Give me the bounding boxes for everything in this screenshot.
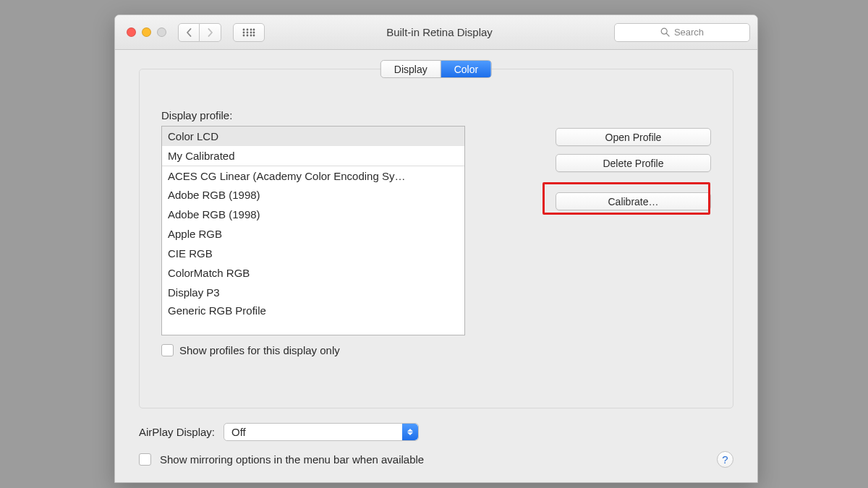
titlebar: Built-in Retina Display Search bbox=[115, 15, 757, 50]
preferences-window: Built-in Retina Display Search Display C… bbox=[114, 14, 758, 483]
tab-color[interactable]: Color bbox=[441, 61, 491, 77]
svg-point-13 bbox=[253, 31, 255, 33]
list-item-label: Display P3 bbox=[168, 286, 220, 299]
svg-point-7 bbox=[243, 34, 245, 36]
list-item-label: My Calibrated bbox=[168, 150, 235, 162]
show-only-label: Show profiles for this display only bbox=[179, 344, 340, 356]
show-all-button[interactable] bbox=[233, 23, 265, 42]
list-item[interactable]: CIE RGB bbox=[162, 244, 464, 263]
close-window-button[interactable] bbox=[127, 27, 136, 37]
search-field[interactable]: Search bbox=[614, 23, 750, 42]
show-only-row: Show profiles for this display only bbox=[161, 344, 534, 356]
svg-point-2 bbox=[250, 28, 252, 30]
search-placeholder: Search bbox=[674, 27, 704, 38]
content-area: Display Color Display profile: Color LCD… bbox=[115, 50, 757, 482]
svg-point-6 bbox=[250, 31, 252, 33]
svg-point-14 bbox=[253, 34, 255, 36]
list-item[interactable]: Color LCD bbox=[162, 127, 464, 146]
minimize-window-button[interactable] bbox=[142, 27, 151, 37]
mirroring-row: Show mirroring options in the menu bar w… bbox=[139, 451, 733, 468]
list-item-label: Color LCD bbox=[168, 130, 218, 142]
svg-point-12 bbox=[253, 28, 255, 30]
list-item[interactable]: Adobe RGB (1998) bbox=[162, 185, 464, 205]
profile-list-label: Display profile: bbox=[161, 109, 534, 121]
back-button[interactable] bbox=[178, 23, 200, 42]
list-item[interactable]: Display P3 bbox=[162, 283, 464, 302]
airplay-row: AirPlay Display: Off bbox=[139, 423, 733, 441]
list-item-label: ACES CG Linear (Academy Color Encoding S… bbox=[168, 170, 405, 182]
tab-label: Color bbox=[454, 64, 478, 75]
show-only-checkbox[interactable] bbox=[161, 344, 174, 356]
list-item[interactable]: Adobe RGB (1998) bbox=[162, 205, 464, 224]
list-item-label: Adobe RGB (1998) bbox=[168, 208, 260, 221]
list-item-label: CIE RGB bbox=[168, 247, 213, 260]
button-label: Calibrate… bbox=[608, 196, 658, 207]
button-label: Open Profile bbox=[605, 132, 662, 143]
list-item[interactable]: ColorMatch RGB bbox=[162, 263, 464, 283]
search-icon bbox=[660, 27, 670, 37]
zoom-window-button[interactable] bbox=[157, 27, 166, 37]
window-controls bbox=[127, 27, 166, 37]
nav-back-forward bbox=[178, 23, 221, 42]
tab-bar: Display Color bbox=[380, 60, 492, 78]
question-mark-icon: ? bbox=[722, 453, 728, 466]
list-item-label: Adobe RGB (1998) bbox=[168, 189, 260, 201]
list-item-label: Apple RGB bbox=[168, 228, 222, 240]
profile-list-section: Display profile: Color LCD My Calibrated… bbox=[161, 109, 534, 356]
svg-point-0 bbox=[243, 28, 245, 30]
list-item[interactable]: Generic RGB Profile bbox=[162, 302, 464, 318]
airplay-select[interactable]: Off bbox=[224, 423, 419, 441]
tab-display[interactable]: Display bbox=[381, 61, 441, 77]
mirroring-label: Show mirroring options in the menu bar w… bbox=[160, 453, 424, 466]
chevron-left-icon bbox=[186, 28, 192, 37]
profile-actions: Open Profile Delete Profile Calibrate… bbox=[556, 109, 711, 356]
display-profile-list[interactable]: Color LCD My Calibrated ACES CG Linear (… bbox=[161, 126, 465, 335]
button-label: Delete Profile bbox=[603, 158, 663, 169]
svg-point-4 bbox=[243, 31, 245, 33]
settings-panel: Display Color Display profile: Color LCD… bbox=[139, 69, 733, 408]
list-item-label: Generic RGB Profile bbox=[168, 304, 266, 317]
forward-button[interactable] bbox=[200, 23, 221, 42]
open-profile-button[interactable]: Open Profile bbox=[556, 128, 711, 146]
help-button[interactable]: ? bbox=[717, 451, 733, 468]
footer-area: AirPlay Display: Off Show mirroring opti… bbox=[139, 423, 733, 468]
svg-point-8 bbox=[247, 34, 249, 36]
grid-icon bbox=[242, 28, 255, 37]
select-arrows-icon bbox=[402, 424, 418, 440]
airplay-label: AirPlay Display: bbox=[139, 426, 215, 438]
svg-point-1 bbox=[247, 28, 249, 30]
list-item-label: ColorMatch RGB bbox=[168, 267, 250, 279]
svg-point-5 bbox=[247, 31, 249, 33]
list-item[interactable]: Apple RGB bbox=[162, 224, 464, 244]
list-item[interactable]: ACES CG Linear (Academy Color Encoding S… bbox=[162, 166, 464, 185]
svg-point-9 bbox=[250, 34, 252, 36]
tab-label: Display bbox=[394, 64, 427, 75]
mirroring-checkbox[interactable] bbox=[139, 453, 151, 466]
list-item[interactable]: My Calibrated bbox=[162, 146, 464, 166]
window-title: Built-in Retina Display bbox=[272, 26, 607, 38]
chevron-right-icon bbox=[208, 28, 213, 37]
svg-line-16 bbox=[666, 33, 669, 36]
calibrate-button[interactable]: Calibrate… bbox=[556, 192, 711, 210]
delete-profile-button[interactable]: Delete Profile bbox=[556, 154, 711, 172]
airplay-value: Off bbox=[231, 426, 246, 438]
